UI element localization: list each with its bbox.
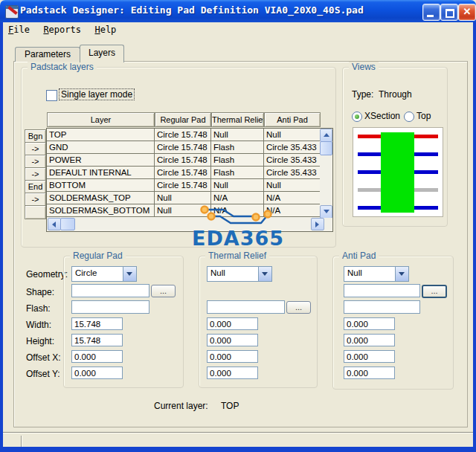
regular-pad-browse-button[interactable]: ...: [151, 285, 176, 297]
regular-pad-shape-field[interactable]: [71, 284, 149, 297]
status-bar-divider: [3, 432, 473, 433]
menu-reports[interactable]: Reports: [38, 22, 86, 36]
cell-layer[interactable]: SOLDERMASK_BOTTOM: [47, 204, 155, 217]
regular-pad-height-field[interactable]: 15.748: [71, 334, 123, 346]
anti-pad-browse-button[interactable]: ...: [422, 285, 447, 298]
cell-thermal-relief[interactable]: Flash: [211, 154, 264, 167]
top-radio-label: Top: [416, 111, 431, 121]
chevron-down-icon: [399, 272, 405, 276]
cell-regular-pad[interactable]: Circle 15.748: [155, 129, 211, 141]
cell-anti-pad[interactable]: Circle 35.433: [264, 167, 321, 179]
cell-layer[interactable]: TOP: [47, 129, 155, 141]
arrow-up-icon: [324, 133, 329, 137]
table-row[interactable]: TOP Circle 15.748 Null Null: [47, 129, 321, 141]
thermal-relief-width-field[interactable]: 0.000: [207, 317, 258, 330]
cell-regular-pad[interactable]: Circle 15.748: [155, 141, 211, 154]
dropdown-button[interactable]: [258, 267, 271, 281]
anti-pad-offset-x-field[interactable]: 0.000: [344, 350, 395, 363]
thermal-relief-offset-y-field[interactable]: 0.000: [207, 367, 258, 379]
regular-pad-offset-y-field[interactable]: 0.000: [71, 367, 123, 379]
thermal-relief-geometry-select[interactable]: Null: [207, 266, 272, 282]
vertical-scrollbar[interactable]: [320, 129, 332, 218]
anti-pad-shape-field[interactable]: [344, 284, 420, 297]
dropdown-button[interactable]: [123, 267, 136, 281]
column-header-layer[interactable]: Layer: [47, 112, 155, 127]
chevron-down-icon: [126, 272, 132, 276]
menu-file[interactable]: File: [3, 22, 35, 36]
regular-pad-offset-x-field[interactable]: 0.000: [71, 350, 123, 363]
title-bar[interactable]: Padstack Designer: Editing Pad Definitio…: [0, 0, 476, 22]
menu-help[interactable]: Help: [89, 22, 121, 36]
minimize-button[interactable]: [422, 4, 440, 21]
regular-pad-geometry-value: Circle: [75, 268, 97, 277]
anti-pad-geometry-select[interactable]: Null: [344, 266, 409, 282]
horizontal-scroll-thumb[interactable]: [60, 218, 75, 230]
column-header-anti-pad[interactable]: Anti Pad: [264, 112, 321, 127]
cell-anti-pad[interactable]: Null: [264, 129, 321, 141]
flash-label: Flash:: [26, 303, 51, 314]
table-row[interactable]: DEFAULT INTERNAL Circle 15.748 Flash Cir…: [47, 167, 321, 179]
maximize-icon: [446, 9, 454, 18]
cell-layer[interactable]: BOTTOM: [47, 179, 155, 192]
cell-regular-pad[interactable]: Circle 15.748: [155, 167, 211, 179]
xsection-radio-label: XSection: [364, 111, 400, 121]
thermal-relief-offset-x-field[interactable]: 0.000: [207, 350, 258, 363]
cell-regular-pad[interactable]: Circle 15.748: [155, 179, 211, 192]
row-marker-button[interactable]: [25, 205, 46, 219]
views-group-title: Views: [349, 62, 379, 72]
table-row[interactable]: BOTTOM Circle 15.748 Null Null: [47, 179, 321, 192]
xsection-radio[interactable]: [352, 112, 362, 122]
cell-anti-pad[interactable]: Null: [264, 179, 321, 192]
window-title: Padstack Designer: Editing Pad Definitio…: [20, 4, 364, 16]
anti-pad-geometry-value: Null: [347, 268, 362, 277]
vertical-scroll-thumb[interactable]: [320, 141, 332, 155]
radio-dot-icon: [355, 114, 359, 119]
anti-pad-height-field[interactable]: 0.000: [344, 334, 395, 346]
column-header-regular-pad[interactable]: Regular Pad: [155, 112, 211, 127]
column-header-thermal-relief[interactable]: Thermal Relief: [211, 112, 264, 127]
top-radio[interactable]: [404, 112, 414, 122]
regular-pad-width-field[interactable]: 15.748: [71, 317, 123, 330]
anti-pad-width-field[interactable]: 0.000: [344, 317, 395, 330]
cell-layer[interactable]: POWER: [47, 154, 155, 167]
thermal-relief-height-field[interactable]: 0.000: [207, 334, 258, 346]
cell-layer[interactable]: GND: [47, 141, 155, 154]
cell-thermal-relief[interactable]: Flash: [211, 167, 264, 179]
maximize-button[interactable]: [440, 4, 458, 21]
cell-layer[interactable]: DEFAULT INTERNAL: [47, 167, 155, 179]
app-icon: [5, 5, 19, 19]
regular-pad-geometry-select[interactable]: Circle: [71, 266, 137, 282]
table-row[interactable]: GND Circle 15.748 Flash Circle 35.433: [47, 141, 321, 154]
minimize-icon: [427, 15, 434, 17]
close-button[interactable]: ✕: [458, 4, 476, 21]
type-value: Through: [379, 89, 412, 100]
anti-pad-offset-y-field[interactable]: 0.000: [344, 367, 395, 379]
cell-regular-pad[interactable]: Circle 15.748: [155, 154, 211, 167]
cell-anti-pad[interactable]: Circle 35.433: [264, 141, 321, 154]
table-row[interactable]: POWER Circle 15.748 Flash Circle 35.433: [47, 154, 321, 167]
scroll-down-button[interactable]: [320, 205, 332, 219]
cell-thermal-relief[interactable]: Null: [211, 179, 264, 192]
anti-pad-flash-field[interactable]: [344, 300, 420, 314]
cell-thermal-relief[interactable]: Null: [211, 129, 264, 141]
tab-layers[interactable]: Layers: [80, 45, 124, 62]
cell-layer[interactable]: SOLDERMASK_TOP: [47, 192, 155, 204]
regular-pad-flash-field[interactable]: [71, 300, 149, 314]
single-layer-mode-checkbox[interactable]: [46, 90, 57, 101]
thermal-relief-geometry-value: Null: [210, 268, 225, 277]
scroll-up-button[interactable]: [320, 129, 332, 142]
arrow-down-icon: [324, 210, 329, 213]
current-layer-value: TOP: [221, 401, 239, 411]
tab-parameters[interactable]: Parameters: [15, 47, 80, 62]
thermal-relief-browse-button[interactable]: ...: [286, 301, 311, 314]
thermal-relief-flash-field[interactable]: [207, 300, 285, 314]
window-border-left: [0, 22, 3, 452]
arrow-left-icon: [52, 222, 56, 227]
scroll-left-button[interactable]: [48, 218, 61, 230]
watermark-logo: [186, 202, 290, 229]
scroll-right-button[interactable]: [311, 218, 324, 230]
cell-thermal-relief[interactable]: Flash: [211, 141, 264, 154]
cell-anti-pad[interactable]: Circle 35.433: [264, 154, 321, 167]
height-label: Height:: [26, 336, 54, 346]
dropdown-button[interactable]: [395, 267, 408, 281]
